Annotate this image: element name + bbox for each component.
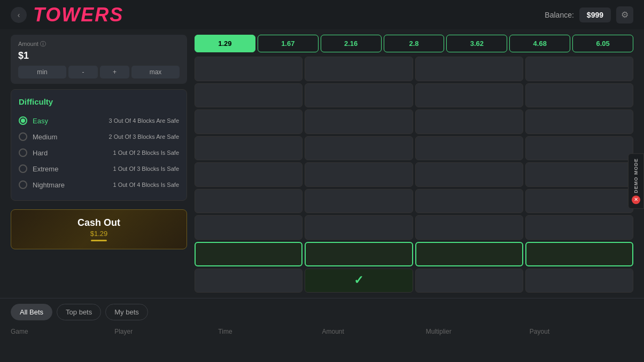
cell-6-0[interactable] (195, 136, 302, 161)
cell-4-1[interactable] (305, 189, 413, 214)
tower-row-3 (195, 215, 633, 240)
cell-7-0[interactable] (195, 109, 302, 134)
checkmark-icon: ✓ (354, 273, 363, 287)
tab-top-bets[interactable]: Top bets (57, 304, 101, 320)
multiplier-row: 1.29 1.67 2.16 2.8 3.62 4.68 6.05 (195, 35, 633, 52)
tower-row-8 (195, 83, 633, 108)
back-button[interactable]: ‹ (11, 7, 27, 23)
cell-6-1[interactable] (305, 136, 413, 161)
th-multiplier: Multiplier (426, 328, 530, 335)
tower-row-9 (195, 57, 633, 81)
tab-my-bets[interactable]: My bets (105, 304, 148, 320)
demo-mode-badge[interactable]: DEMO MODE ✕ (628, 153, 644, 209)
cell-8-3[interactable] (525, 83, 633, 108)
cell-2-3[interactable] (525, 242, 633, 266)
tab-all-bets[interactable]: All Bets (11, 304, 52, 320)
th-player: Player (114, 328, 218, 335)
multiplier-7[interactable]: 6.05 (572, 35, 633, 52)
balance-label: Balance: (545, 11, 573, 19)
plus-button[interactable]: + (100, 66, 129, 78)
diff-desc-hard: 1 Out Of 2 Blocks Is Safe (113, 149, 180, 156)
cell-1-3[interactable] (525, 269, 633, 293)
cell-9-2[interactable] (415, 57, 523, 81)
radio-medium (19, 132, 27, 141)
amount-controls: min - + max (18, 66, 180, 78)
cashout-button[interactable]: Cash Out $1.29 (11, 209, 187, 249)
cell-5-3[interactable] (525, 162, 633, 187)
cell-6-2[interactable] (415, 136, 523, 161)
header: ‹ TOWERS Balance: $999 ⚙ (0, 0, 644, 29)
diff-name-hard: Hard (33, 149, 75, 157)
cell-4-2[interactable] (415, 189, 523, 214)
diff-name-easy: Easy (33, 117, 75, 125)
difficulty-box: Difficulty Easy 3 Out Of 4 Blocks Are Sa… (11, 89, 187, 201)
difficulty-extreme[interactable]: Extreme 1 Out Of 3 Blocks Is Safe (19, 161, 179, 177)
cell-3-1[interactable] (305, 215, 413, 240)
cell-7-1[interactable] (305, 109, 413, 134)
max-button[interactable]: max (131, 66, 180, 78)
radio-hard (19, 148, 27, 157)
radio-extreme (19, 164, 27, 173)
demo-close-icon: ✕ (632, 195, 640, 204)
minus-button[interactable]: - (68, 66, 98, 78)
cell-5-1[interactable] (305, 162, 413, 187)
amount-label: Amount ⓘ (18, 40, 180, 48)
demo-label: DEMO MODE (633, 158, 639, 193)
balance-value: $999 (579, 7, 611, 22)
multiplier-1[interactable]: 1.29 (195, 35, 255, 52)
logo: TOWERS (33, 4, 545, 26)
difficulty-hard[interactable]: Hard 1 Out Of 2 Blocks Is Safe (19, 145, 179, 161)
multiplier-4[interactable]: 2.8 (384, 35, 445, 52)
cashout-bar (91, 240, 107, 241)
cell-4-3[interactable] (525, 189, 633, 214)
cell-8-1[interactable] (305, 83, 413, 108)
cell-1-0[interactable] (195, 269, 302, 293)
multiplier-2[interactable]: 1.67 (258, 35, 319, 52)
cashout-amount: $1.29 (19, 230, 179, 238)
cashout-label: Cash Out (19, 217, 179, 229)
table-header: Game Player Time Amount Multiplier Payou… (11, 326, 633, 337)
diff-name-nightmare: Nightmare (33, 181, 75, 189)
tower-row-4 (195, 189, 633, 214)
diff-desc-nightmare: 1 Out Of 4 Blocks Is Safe (113, 182, 180, 188)
cell-3-0[interactable] (195, 215, 302, 240)
diff-desc-easy: 3 Out Of 4 Blocks Are Safe (109, 117, 179, 124)
diff-name-extreme: Extreme (33, 165, 75, 173)
cell-8-0[interactable] (195, 83, 302, 108)
diff-desc-medium: 2 Out Of 3 Blocks Are Safe (109, 133, 179, 140)
cell-9-3[interactable] (525, 57, 633, 81)
cell-7-3[interactable] (525, 109, 633, 134)
difficulty-nightmare[interactable]: Nightmare 1 Out Of 4 Blocks Is Safe (19, 177, 179, 193)
cell-1-1[interactable]: ✓ (305, 269, 413, 293)
cell-3-3[interactable] (525, 215, 633, 240)
right-panel: 1.29 1.67 2.16 2.8 3.62 4.68 6.05 (195, 35, 633, 293)
gear-icon: ⚙ (621, 10, 629, 20)
bottom-section: All Bets Top bets My bets Game Player Ti… (0, 298, 644, 362)
cell-9-1[interactable] (305, 57, 413, 81)
th-time: Time (218, 328, 322, 335)
multiplier-3[interactable]: 2.16 (321, 35, 382, 52)
cell-5-0[interactable] (195, 162, 302, 187)
cell-7-2[interactable] (415, 109, 523, 134)
tower-row-2 (195, 242, 633, 266)
cell-2-1[interactable] (305, 242, 413, 266)
th-payout: Payout (530, 328, 633, 335)
difficulty-easy[interactable]: Easy 3 Out Of 4 Blocks Are Safe (19, 113, 179, 129)
multiplier-5[interactable]: 3.62 (446, 35, 507, 52)
min-button[interactable]: min (18, 66, 66, 78)
cell-2-0[interactable] (195, 242, 302, 266)
cell-9-0[interactable] (195, 57, 302, 81)
settings-button[interactable]: ⚙ (616, 6, 633, 23)
multiplier-6[interactable]: 4.68 (509, 35, 570, 52)
diff-desc-extreme: 1 Out Of 3 Blocks Is Safe (113, 166, 180, 172)
left-panel: Amount ⓘ $1 min - + max Difficulty Easy … (11, 35, 187, 293)
cell-5-2[interactable] (415, 162, 523, 187)
cell-8-2[interactable] (415, 83, 523, 108)
cell-6-3[interactable] (525, 136, 633, 161)
cell-3-2[interactable] (415, 215, 523, 240)
difficulty-medium[interactable]: Medium 2 Out Of 3 Blocks Are Safe (19, 129, 179, 145)
cell-4-0[interactable] (195, 189, 302, 214)
cell-1-2[interactable] (415, 269, 523, 293)
radio-easy (19, 116, 27, 125)
cell-2-2[interactable] (415, 242, 523, 266)
